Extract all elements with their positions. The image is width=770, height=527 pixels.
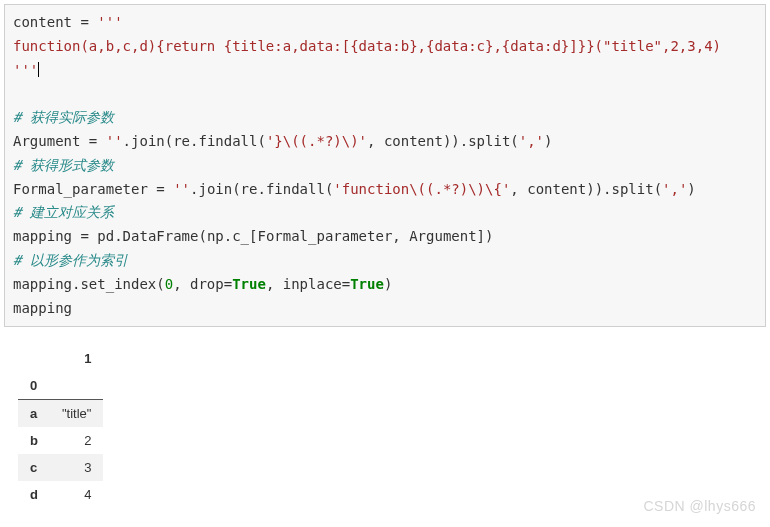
row-index: a bbox=[18, 400, 50, 428]
code-token: = bbox=[342, 276, 350, 292]
code-token: = bbox=[156, 181, 164, 197]
code-token: = bbox=[80, 228, 88, 244]
code-token: , content)).split( bbox=[510, 181, 662, 197]
code-token: = bbox=[80, 14, 88, 30]
row-index: c bbox=[18, 454, 50, 481]
code-token: ) bbox=[687, 181, 695, 197]
code-token: ',' bbox=[662, 181, 687, 197]
code-token: , drop bbox=[173, 276, 224, 292]
code-token: Argument bbox=[13, 133, 89, 149]
code-token: True bbox=[232, 276, 266, 292]
output-dataframe: 1 0 a "title" b 2 c 3 d 4 bbox=[18, 345, 770, 508]
table-row: d 4 bbox=[18, 481, 103, 508]
code-token: 0 bbox=[165, 276, 173, 292]
code-token: 'function\((.*?)\)\{' bbox=[333, 181, 510, 197]
code-token: True bbox=[350, 276, 384, 292]
cell-value: 2 bbox=[50, 427, 103, 454]
row-index: d bbox=[18, 481, 50, 508]
code-token: ''' bbox=[89, 14, 123, 30]
table-row: c 3 bbox=[18, 454, 103, 481]
dataframe-table: 1 0 a "title" b 2 c 3 d 4 bbox=[18, 345, 103, 508]
code-token: mapping.set_index( bbox=[13, 276, 165, 292]
column-header: 1 bbox=[50, 345, 103, 372]
row-index: b bbox=[18, 427, 50, 454]
table-corner bbox=[50, 372, 103, 400]
code-token: ) bbox=[384, 276, 392, 292]
code-token: mapping bbox=[13, 300, 72, 316]
cell-value: 3 bbox=[50, 454, 103, 481]
table-row: b 2 bbox=[18, 427, 103, 454]
code-token: function(a,b,c,d){return {title:a,data:[… bbox=[13, 38, 721, 54]
code-token: pd.DataFrame(np.c_[Formal_parameter, Arg… bbox=[89, 228, 494, 244]
index-name: 0 bbox=[18, 372, 50, 400]
code-token: ''' bbox=[13, 62, 38, 78]
code-comment: # 获得形式参数 bbox=[13, 157, 114, 173]
code-comment: # 获得实际参数 bbox=[13, 109, 114, 125]
code-token: mapping bbox=[13, 228, 80, 244]
code-token: .join(re.findall( bbox=[190, 181, 333, 197]
code-comment: # 建立对应关系 bbox=[13, 204, 114, 220]
code-token: Formal_parameter bbox=[13, 181, 156, 197]
code-token: ',' bbox=[519, 133, 544, 149]
code-cell: content = ''' function(a,b,c,d){return {… bbox=[4, 4, 766, 327]
code-token: , content)).split( bbox=[367, 133, 519, 149]
cell-value: "title" bbox=[50, 400, 103, 428]
table-corner bbox=[18, 345, 50, 372]
code-comment: # 以形参作为索引 bbox=[13, 252, 128, 268]
code-token: '' bbox=[97, 133, 122, 149]
code-token: ) bbox=[544, 133, 552, 149]
table-row: a "title" bbox=[18, 400, 103, 428]
cell-value: 4 bbox=[50, 481, 103, 508]
code-token: , inplace bbox=[266, 276, 342, 292]
code-token: = bbox=[224, 276, 232, 292]
code-token: .join(re.findall( bbox=[123, 133, 266, 149]
code-token: content bbox=[13, 14, 80, 30]
code-token: '}\((.*?)\)' bbox=[266, 133, 367, 149]
code-token: '' bbox=[165, 181, 190, 197]
caret-icon bbox=[38, 62, 39, 77]
